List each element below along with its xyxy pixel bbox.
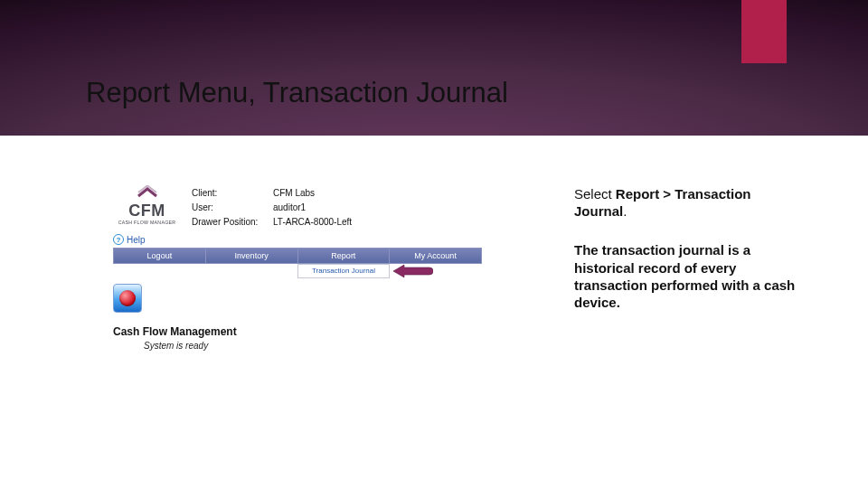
submenu-row: Transaction Journal <box>113 264 484 282</box>
nav-report[interactable]: Report <box>298 249 391 263</box>
record-icon <box>119 290 136 306</box>
drawer-value: LT-ARCA-8000-Left <box>273 217 352 227</box>
side-text: Select Report > Transaction Journal. The… <box>574 185 800 311</box>
nav-myaccount[interactable]: My Account <box>390 249 481 263</box>
status-text: System is ready <box>144 341 484 351</box>
help-label: Help <box>127 235 146 245</box>
slide-title: Report Menu, Transaction Journal <box>86 77 508 109</box>
app-logo: CFM CASH FLOW MANAGER <box>113 185 181 225</box>
app-screenshot: CFM CASH FLOW MANAGER Client: CFM Labs U… <box>113 185 484 351</box>
slide-header: Report Menu, Transaction Journal <box>0 0 868 136</box>
logo-subtext: CASH FLOW MANAGER <box>113 220 181 225</box>
side-para-2: The transaction journal is a historical … <box>574 241 800 311</box>
app-navbar: Logout Inventory Report My Account <box>113 248 482 264</box>
p1-a: Select <box>574 186 616 202</box>
logo-text: CFM <box>113 202 181 219</box>
user-value: auditor1 <box>273 202 306 212</box>
submenu-transaction-journal[interactable]: Transaction Journal <box>297 264 390 278</box>
arrow-left-icon <box>393 264 433 278</box>
nav-inventory[interactable]: Inventory <box>206 249 298 263</box>
record-button[interactable] <box>113 284 142 313</box>
nav-logout[interactable]: Logout <box>114 249 206 263</box>
client-label: Client: <box>192 188 273 198</box>
p1-c: . <box>623 203 627 219</box>
help-link[interactable]: ? Help <box>113 234 484 245</box>
accent-tab <box>741 0 787 63</box>
slide-body: CFM CASH FLOW MANAGER Client: CFM Labs U… <box>0 136 868 488</box>
drawer-label: Drawer Position: <box>192 217 273 227</box>
user-label: User: <box>192 202 273 212</box>
app-info-row: CFM CASH FLOW MANAGER Client: CFM Labs U… <box>113 185 484 229</box>
client-value: CFM Labs <box>273 188 315 198</box>
help-icon: ? <box>113 234 124 245</box>
app-info-table: Client: CFM Labs User: auditor1 Drawer P… <box>192 185 352 229</box>
logo-chevron-icon <box>136 185 159 198</box>
side-para-1: Select Report > Transaction Journal. <box>574 185 800 220</box>
app-heading: Cash Flow Management <box>113 325 484 338</box>
